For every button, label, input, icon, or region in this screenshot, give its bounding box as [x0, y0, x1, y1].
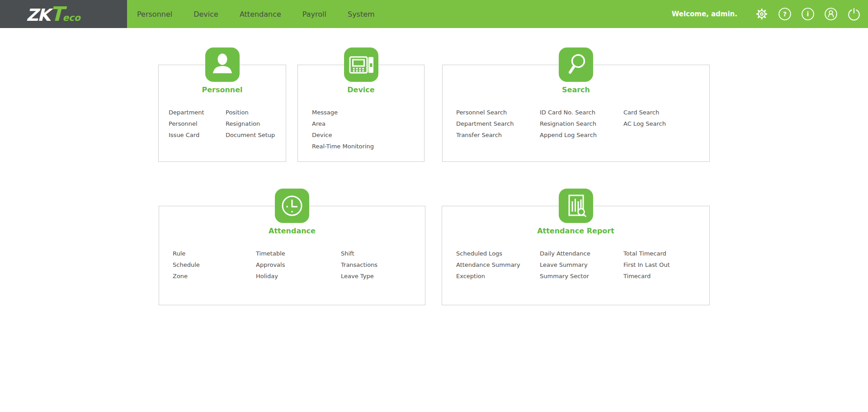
attendance-links-col1: Rule Schedule Zone — [173, 248, 200, 282]
magnifier-icon — [559, 47, 593, 82]
link-resignation-search[interactable]: Resignation Search — [540, 118, 597, 129]
report-chart-icon — [559, 189, 593, 223]
logo-text-zk: ZK — [26, 7, 50, 24]
link-append-log-search[interactable]: Append Log Search — [540, 129, 597, 141]
logo-text-t: T — [50, 4, 64, 24]
link-attendance-summary[interactable]: Attendance Summary — [456, 259, 520, 270]
welcome-text: Welcome, admin. — [672, 10, 737, 18]
zkteco-logo: ZKTeco — [26, 4, 80, 24]
search-links-col2: ID Card No. Search Resignation Search Ap… — [540, 107, 597, 141]
link-personnel[interactable]: Personnel — [169, 118, 204, 129]
link-holiday[interactable]: Holiday — [256, 270, 285, 282]
link-leave-summary[interactable]: Leave Summary — [540, 259, 590, 270]
info-icon-glyph: i — [807, 10, 809, 18]
link-device[interactable]: Device — [312, 129, 374, 141]
link-timecard[interactable]: Timecard — [623, 270, 670, 282]
zkteco-home-page: ZKTeco Personnel Device Attendance Payro… — [0, 0, 868, 412]
terminal-device-icon — [344, 47, 378, 82]
link-document-setup[interactable]: Document Setup — [226, 129, 275, 141]
link-department[interactable]: Department — [169, 107, 204, 118]
nav-item-system[interactable]: System — [348, 10, 375, 19]
device-module-card: Device Message Area Device Real-Time Mon… — [297, 65, 425, 162]
attendance-links-col2: Timetable Approvals Holiday — [256, 248, 285, 282]
logo-text-eco: eco — [63, 13, 80, 22]
logo-block: ZKTeco — [0, 0, 127, 28]
main-nav: Personnel Device Attendance Payroll Syst… — [137, 0, 375, 28]
link-position[interactable]: Position — [226, 107, 275, 118]
link-transfer-search[interactable]: Transfer Search — [456, 129, 514, 141]
report-links-col2: Daily Attendance Leave Summary Summary S… — [540, 248, 590, 282]
card-title-search: Search — [443, 85, 709, 94]
device-links-col1: Message Area Device Real-Time Monitoring — [312, 107, 374, 152]
link-id-card-no-search[interactable]: ID Card No. Search — [540, 107, 597, 118]
personnel-links-col1: Department Personnel Issue Card — [169, 107, 204, 141]
link-department-search[interactable]: Department Search — [456, 118, 514, 129]
info-icon[interactable]: i — [801, 7, 815, 21]
link-area[interactable]: Area — [312, 118, 374, 129]
link-ac-log-search[interactable]: AC Log Search — [623, 118, 666, 129]
link-summary-sector[interactable]: Summary Sector — [540, 270, 590, 282]
nav-item-payroll[interactable]: Payroll — [302, 10, 326, 19]
personnel-links-col2: Position Resignation Document Setup — [226, 107, 275, 141]
link-first-in-last-out[interactable]: First In Last Out — [623, 259, 670, 270]
clock-icon — [275, 189, 309, 223]
header-right-area: Welcome, admin. — [672, 0, 861, 28]
personnel-module-card: Personnel Department Personnel Issue Car… — [158, 65, 286, 162]
report-links-col3: Total Timecard First In Last Out Timecar… — [623, 248, 670, 282]
link-card-search[interactable]: Card Search — [623, 107, 666, 118]
link-total-timecard[interactable]: Total Timecard — [623, 248, 670, 259]
link-timetable[interactable]: Timetable — [256, 248, 285, 259]
link-schedule[interactable]: Schedule — [173, 259, 200, 270]
link-real-time-monitoring[interactable]: Real-Time Monitoring — [312, 141, 374, 152]
link-zone[interactable]: Zone — [173, 270, 200, 282]
card-title-device: Device — [298, 85, 424, 94]
card-title-attendance-report: Attendance Report — [442, 227, 709, 235]
link-resignation[interactable]: Resignation — [226, 118, 275, 129]
top-bar: ZKTeco Personnel Device Attendance Payro… — [0, 0, 868, 28]
card-title-attendance: Attendance — [159, 227, 425, 235]
user-icon[interactable] — [824, 7, 838, 21]
link-shift[interactable]: Shift — [341, 248, 377, 259]
search-links-col1: Personnel Search Department Search Trans… — [456, 107, 514, 141]
nav-item-personnel[interactable]: Personnel — [137, 10, 172, 19]
attendance-links-col3: Shift Transactions Leave Type — [341, 248, 377, 282]
card-title-personnel: Personnel — [159, 85, 286, 94]
power-icon[interactable] — [847, 7, 861, 21]
link-rule[interactable]: Rule — [173, 248, 200, 259]
nav-item-device[interactable]: Device — [193, 10, 218, 19]
link-personnel-search[interactable]: Personnel Search — [456, 107, 514, 118]
settings-gear-icon[interactable] — [755, 7, 769, 21]
person-icon — [205, 47, 240, 82]
attendance-module-card: Attendance Rule Schedule Zone Timetable … — [159, 206, 425, 305]
link-message[interactable]: Message — [312, 107, 374, 118]
link-transactions[interactable]: Transactions — [341, 259, 377, 270]
link-issue-card[interactable]: Issue Card — [169, 129, 204, 141]
link-approvals[interactable]: Approvals — [256, 259, 285, 270]
help-icon[interactable]: ? — [778, 7, 792, 21]
link-scheduled-logs[interactable]: Scheduled Logs — [456, 248, 520, 259]
nav-item-attendance[interactable]: Attendance — [240, 10, 281, 19]
link-leave-type[interactable]: Leave Type — [341, 270, 377, 282]
search-links-col3: Card Search AC Log Search — [623, 107, 666, 129]
attendance-report-module-card: Attendance Report Scheduled Logs Attenda… — [442, 206, 710, 305]
link-daily-attendance[interactable]: Daily Attendance — [540, 248, 590, 259]
help-icon-glyph: ? — [783, 10, 787, 18]
report-links-col1: Scheduled Logs Attendance Summary Except… — [456, 248, 520, 282]
link-exception[interactable]: Exception — [456, 270, 520, 282]
search-module-card: Search Personnel Search Department Searc… — [442, 65, 710, 162]
